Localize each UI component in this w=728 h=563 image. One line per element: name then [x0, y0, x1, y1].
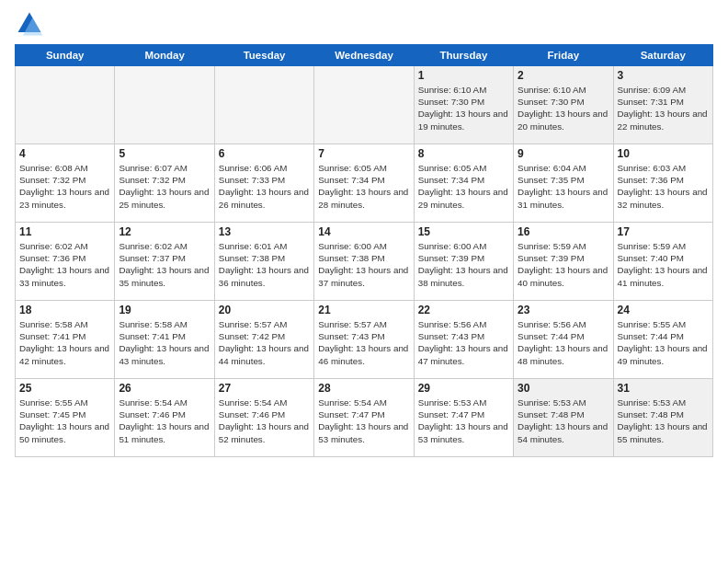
calendar-day-header: Tuesday: [214, 45, 313, 66]
day-info: Sunrise: 6:00 AM Sunset: 7:39 PM Dayligh…: [418, 240, 509, 289]
day-info: Sunrise: 5:59 AM Sunset: 7:39 PM Dayligh…: [518, 240, 609, 289]
day-number: 4: [19, 147, 110, 160]
calendar-cell: 7Sunrise: 6:05 AM Sunset: 7:34 PM Daylig…: [314, 144, 414, 223]
calendar-cell: 26Sunrise: 5:54 AM Sunset: 7:46 PM Dayli…: [115, 379, 214, 457]
day-info: Sunrise: 6:05 AM Sunset: 7:34 PM Dayligh…: [418, 162, 509, 211]
day-number: 20: [219, 304, 310, 316]
calendar-cell: 13Sunrise: 6:01 AM Sunset: 7:38 PM Dayli…: [214, 223, 313, 301]
calendar-cell: 18Sunrise: 5:58 AM Sunset: 7:41 PM Dayli…: [16, 301, 115, 379]
calendar-day-header: Sunday: [16, 45, 115, 66]
day-number: 14: [318, 225, 409, 238]
day-info: Sunrise: 5:54 AM Sunset: 7:46 PM Dayligh…: [219, 396, 310, 445]
day-info: Sunrise: 6:02 AM Sunset: 7:37 PM Dayligh…: [119, 240, 210, 289]
calendar-cell: 1Sunrise: 6:10 AM Sunset: 7:30 PM Daylig…: [414, 66, 513, 144]
day-info: Sunrise: 6:01 AM Sunset: 7:38 PM Dayligh…: [219, 240, 310, 289]
day-info: Sunrise: 5:59 AM Sunset: 7:40 PM Dayligh…: [618, 240, 709, 289]
day-info: Sunrise: 5:57 AM Sunset: 7:42 PM Dayligh…: [219, 318, 310, 367]
day-number: 2: [518, 69, 609, 82]
calendar-cell: 27Sunrise: 5:54 AM Sunset: 7:46 PM Dayli…: [214, 379, 313, 457]
calendar-table: SundayMondayTuesdayWednesdayThursdayFrid…: [15, 44, 713, 457]
day-info: Sunrise: 5:55 AM Sunset: 7:45 PM Dayligh…: [19, 396, 110, 445]
day-number: 3: [618, 69, 709, 82]
day-number: 7: [318, 147, 409, 160]
day-number: 5: [119, 147, 210, 160]
day-info: Sunrise: 6:06 AM Sunset: 7:33 PM Dayligh…: [219, 162, 310, 211]
calendar-cell: 24Sunrise: 5:55 AM Sunset: 7:44 PM Dayli…: [613, 301, 712, 379]
calendar-cell: 3Sunrise: 6:09 AM Sunset: 7:31 PM Daylig…: [613, 66, 712, 144]
day-number: 6: [219, 147, 310, 160]
day-info: Sunrise: 6:09 AM Sunset: 7:31 PM Dayligh…: [618, 84, 709, 132]
calendar-cell: 31Sunrise: 5:53 AM Sunset: 7:48 PM Dayli…: [613, 379, 712, 457]
calendar-cell: 20Sunrise: 5:57 AM Sunset: 7:42 PM Dayli…: [214, 301, 313, 379]
page: SundayMondayTuesdayWednesdayThursdayFrid…: [0, 0, 728, 563]
day-info: Sunrise: 6:10 AM Sunset: 7:30 PM Dayligh…: [418, 84, 509, 132]
calendar-cell: 10Sunrise: 6:03 AM Sunset: 7:36 PM Dayli…: [613, 144, 712, 223]
day-info: Sunrise: 5:55 AM Sunset: 7:44 PM Dayligh…: [618, 318, 709, 367]
header: [15, 9, 713, 39]
day-info: Sunrise: 5:58 AM Sunset: 7:41 PM Dayligh…: [19, 318, 110, 367]
day-number: 25: [19, 382, 110, 395]
day-number: 31: [618, 382, 709, 395]
day-number: 17: [618, 225, 709, 238]
day-number: 21: [318, 304, 409, 316]
calendar-cell: 4Sunrise: 6:08 AM Sunset: 7:32 PM Daylig…: [16, 144, 115, 223]
calendar-cell: [214, 66, 313, 144]
calendar-cell: 15Sunrise: 6:00 AM Sunset: 7:39 PM Dayli…: [414, 223, 513, 301]
calendar-cell: 19Sunrise: 5:58 AM Sunset: 7:41 PM Dayli…: [115, 301, 214, 379]
calendar-cell: 23Sunrise: 5:56 AM Sunset: 7:44 PM Dayli…: [514, 301, 613, 379]
day-info: Sunrise: 6:10 AM Sunset: 7:30 PM Dayligh…: [518, 84, 609, 132]
day-info: Sunrise: 5:53 AM Sunset: 7:48 PM Dayligh…: [518, 396, 609, 445]
calendar-body: 1Sunrise: 6:10 AM Sunset: 7:30 PM Daylig…: [16, 66, 713, 457]
day-number: 1: [418, 69, 509, 82]
calendar-header: SundayMondayTuesdayWednesdayThursdayFrid…: [16, 45, 713, 66]
day-number: 19: [119, 304, 210, 316]
day-info: Sunrise: 6:08 AM Sunset: 7:32 PM Dayligh…: [19, 162, 110, 211]
calendar-cell: 29Sunrise: 5:53 AM Sunset: 7:47 PM Dayli…: [414, 379, 513, 457]
calendar-cell: 21Sunrise: 5:57 AM Sunset: 7:43 PM Dayli…: [314, 301, 414, 379]
day-number: 12: [119, 225, 210, 238]
day-number: 29: [418, 382, 509, 395]
calendar-week-row: 11Sunrise: 6:02 AM Sunset: 7:36 PM Dayli…: [16, 223, 713, 301]
day-number: 11: [19, 225, 110, 238]
calendar-week-row: 4Sunrise: 6:08 AM Sunset: 7:32 PM Daylig…: [16, 144, 713, 223]
calendar-cell: 25Sunrise: 5:55 AM Sunset: 7:45 PM Dayli…: [16, 379, 115, 457]
day-info: Sunrise: 5:57 AM Sunset: 7:43 PM Dayligh…: [318, 318, 409, 367]
calendar-day-header: Monday: [115, 45, 214, 66]
logo-icon: [15, 9, 44, 39]
day-info: Sunrise: 5:56 AM Sunset: 7:44 PM Dayligh…: [518, 318, 609, 367]
calendar-cell: 12Sunrise: 6:02 AM Sunset: 7:37 PM Dayli…: [115, 223, 214, 301]
calendar-cell: 30Sunrise: 5:53 AM Sunset: 7:48 PM Dayli…: [514, 379, 613, 457]
calendar-cell: [115, 66, 214, 144]
day-number: 10: [618, 147, 709, 160]
day-info: Sunrise: 5:56 AM Sunset: 7:43 PM Dayligh…: [418, 318, 509, 367]
day-number: 30: [518, 382, 609, 395]
day-info: Sunrise: 6:05 AM Sunset: 7:34 PM Dayligh…: [318, 162, 409, 211]
calendar-cell: 28Sunrise: 5:54 AM Sunset: 7:47 PM Dayli…: [314, 379, 414, 457]
day-number: 28: [318, 382, 409, 395]
calendar-cell: 6Sunrise: 6:06 AM Sunset: 7:33 PM Daylig…: [214, 144, 313, 223]
calendar-cell: 14Sunrise: 6:00 AM Sunset: 7:38 PM Dayli…: [314, 223, 414, 301]
day-number: 23: [518, 304, 609, 316]
calendar-week-row: 1Sunrise: 6:10 AM Sunset: 7:30 PM Daylig…: [16, 66, 713, 144]
calendar-cell: 2Sunrise: 6:10 AM Sunset: 7:30 PM Daylig…: [514, 66, 613, 144]
calendar-day-header: Wednesday: [314, 45, 414, 66]
day-number: 22: [418, 304, 509, 316]
calendar-cell: 16Sunrise: 5:59 AM Sunset: 7:39 PM Dayli…: [514, 223, 613, 301]
day-info: Sunrise: 6:03 AM Sunset: 7:36 PM Dayligh…: [618, 162, 709, 211]
day-info: Sunrise: 5:58 AM Sunset: 7:41 PM Dayligh…: [119, 318, 210, 367]
calendar-cell: 8Sunrise: 6:05 AM Sunset: 7:34 PM Daylig…: [414, 144, 513, 223]
day-number: 26: [119, 382, 210, 395]
day-number: 15: [418, 225, 509, 238]
calendar-cell: 5Sunrise: 6:07 AM Sunset: 7:32 PM Daylig…: [115, 144, 214, 223]
day-number: 18: [19, 304, 110, 316]
calendar-day-header: Thursday: [414, 45, 513, 66]
calendar-cell: 17Sunrise: 5:59 AM Sunset: 7:40 PM Dayli…: [613, 223, 712, 301]
day-info: Sunrise: 6:07 AM Sunset: 7:32 PM Dayligh…: [119, 162, 210, 211]
day-number: 24: [618, 304, 709, 316]
day-info: Sunrise: 5:53 AM Sunset: 7:48 PM Dayligh…: [618, 396, 709, 445]
calendar-cell: 11Sunrise: 6:02 AM Sunset: 7:36 PM Dayli…: [16, 223, 115, 301]
calendar-cell: 9Sunrise: 6:04 AM Sunset: 7:35 PM Daylig…: [514, 144, 613, 223]
logo: [15, 9, 48, 39]
day-info: Sunrise: 5:54 AM Sunset: 7:46 PM Dayligh…: [119, 396, 210, 445]
day-number: 8: [418, 147, 509, 160]
